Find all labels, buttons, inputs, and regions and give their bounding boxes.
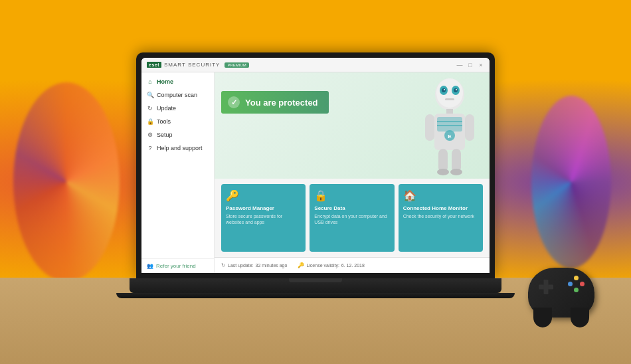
svg-point-7: [456, 89, 457, 90]
svg-rect-17: [452, 149, 461, 172]
button-b: [580, 282, 585, 286]
controller-grip-right: [571, 308, 589, 327]
sidebar-label-home: Home: [157, 78, 173, 85]
sidebar-item-computer-scan[interactable]: 🔍 Computer scan: [141, 88, 214, 102]
connected-home-title: Connected Home Monitor: [403, 205, 468, 211]
last-update-label: Last update:: [228, 263, 254, 268]
eset-brand: eset: [147, 62, 161, 68]
password-manager-title: Password Manager: [226, 205, 274, 211]
help-icon: ?: [147, 145, 153, 151]
license-status: 🔑 License validity: 6. 12. 2018: [298, 262, 364, 268]
svg-point-19: [450, 169, 462, 175]
button-x: [568, 282, 573, 286]
app-title: SMART SECURITY: [164, 62, 220, 68]
laptop-hinge: [289, 278, 342, 282]
feature-card-connected-home[interactable]: 🏠 Connected Home Monitor Check the secur…: [399, 184, 483, 252]
setup-icon: ⚙: [147, 132, 153, 138]
titlebar-left: eset SMART SECURITY PREMIUM: [147, 62, 249, 68]
secure-data-title: Secure Data: [314, 205, 345, 211]
secure-data-desc: Encrypt data on your computer and USB dr…: [314, 213, 389, 225]
status-bar: ↻ Last update: 32 minutes ago 🔑 License …: [215, 257, 490, 273]
protected-text: You are protected: [245, 98, 318, 108]
protected-banner: ✓ You are protected: [221, 91, 329, 114]
svg-rect-12: [437, 121, 462, 122]
feature-cards-section: 🔑 Password Manager Store secure password…: [215, 179, 490, 257]
controller-buttons: [568, 276, 585, 293]
robot-svg: E: [420, 76, 480, 179]
button-a: [574, 288, 579, 292]
svg-rect-11: [437, 117, 462, 132]
laptop-bezel: eset SMART SECURITY PREMIUM — □ ×: [141, 58, 490, 273]
last-update-value: 32 minutes ago: [256, 263, 288, 268]
sidebar-label-tools: Tools: [157, 118, 171, 125]
controller-grip-left: [533, 308, 552, 327]
sidebar-label-scan: Computer scan: [157, 92, 197, 98]
laptop-lid: eset SMART SECURITY PREMIUM — □ ×: [136, 52, 495, 278]
sidebar-label-help: Help and support: [157, 145, 203, 151]
main-content: ✓ You are protected: [215, 72, 490, 273]
svg-rect-15: [465, 114, 474, 141]
minimize-button[interactable]: —: [456, 62, 463, 68]
connected-home-icon: 🏠: [403, 189, 416, 202]
sidebar-label-update: Update: [157, 105, 176, 112]
decorative-swirl-left: [13, 82, 120, 282]
scan-icon: 🔍: [147, 92, 153, 98]
close-button[interactable]: ×: [478, 62, 484, 68]
laptop-base: [130, 278, 501, 293]
feature-card-password-manager[interactable]: 🔑 Password Manager Store secure password…: [221, 184, 306, 252]
license-label: License validity:: [306, 263, 339, 268]
svg-rect-16: [438, 149, 448, 172]
eset-logo: eset: [147, 62, 161, 68]
controller-body: [528, 268, 594, 318]
sidebar-item-tools[interactable]: 🔒 Tools: [141, 115, 214, 128]
game-controller: [528, 268, 594, 318]
svg-point-4: [442, 88, 446, 92]
svg-point-6: [444, 89, 445, 90]
controller-dpad: [539, 280, 553, 294]
svg-point-1: [436, 78, 463, 108]
svg-text:E: E: [448, 134, 452, 139]
refer-friend-link[interactable]: 👥 Refer your friend: [141, 258, 214, 273]
svg-point-18: [437, 169, 449, 175]
password-manager-desc: Store secure passwords for websites and …: [226, 213, 301, 225]
decorative-swirl-right: [531, 96, 611, 268]
sidebar-spacer: [141, 155, 214, 258]
feature-card-secure-data[interactable]: 🔒 Secure Data Encrypt data on your compu…: [310, 184, 394, 252]
app-body: ⌂ Home 🔍 Computer scan ↻ Update 🔒: [141, 72, 490, 273]
home-icon: ⌂: [147, 78, 153, 85]
tools-icon: 🔒: [147, 118, 153, 125]
sidebar-item-help[interactable]: ? Help and support: [141, 141, 214, 155]
screen: eset SMART SECURITY PREMIUM — □ ×: [141, 58, 490, 273]
sidebar-item-update[interactable]: ↻ Update: [141, 102, 214, 115]
svg-point-5: [454, 88, 458, 92]
check-icon: ✓: [228, 96, 240, 108]
laptop: eset SMART SECURITY PREMIUM — □ ×: [116, 52, 515, 298]
premium-badge: PREMIUM: [225, 62, 248, 68]
window-controls: — □ ×: [456, 62, 484, 68]
connected-home-desc: Check the security of your network: [403, 213, 474, 219]
password-manager-icon: 🔑: [226, 189, 239, 202]
maximize-button[interactable]: □: [467, 62, 474, 68]
svg-rect-14: [425, 114, 434, 141]
refer-friend-label: Refer your friend: [156, 263, 196, 269]
last-update-status: ↻ Last update: 32 minutes ago: [221, 262, 287, 268]
svg-rect-9: [446, 109, 453, 114]
hero-section: ✓ You are protected: [215, 72, 490, 179]
button-y: [574, 276, 579, 280]
window-titlebar: eset SMART SECURITY PREMIUM — □ ×: [141, 58, 490, 72]
secure-data-icon: 🔒: [314, 189, 327, 202]
svg-rect-8: [445, 98, 454, 100]
clock-icon: ↻: [221, 262, 226, 268]
sidebar-item-setup[interactable]: ⚙ Setup: [141, 128, 214, 141]
svg-rect-13: [437, 125, 462, 126]
license-icon: 🔑: [298, 262, 304, 268]
sidebar: ⌂ Home 🔍 Computer scan ↻ Update 🔒: [141, 72, 215, 273]
sidebar-item-home[interactable]: ⌂ Home: [141, 75, 214, 88]
sidebar-label-setup: Setup: [157, 132, 173, 138]
license-value: 6. 12. 2018: [341, 263, 365, 268]
update-icon: ↻: [147, 105, 153, 112]
laptop-bottom-edge: [116, 293, 515, 298]
dpad-vertical: [544, 280, 549, 294]
robot-figure: E: [416, 72, 483, 179]
refer-friend-icon: 👥: [147, 263, 153, 269]
